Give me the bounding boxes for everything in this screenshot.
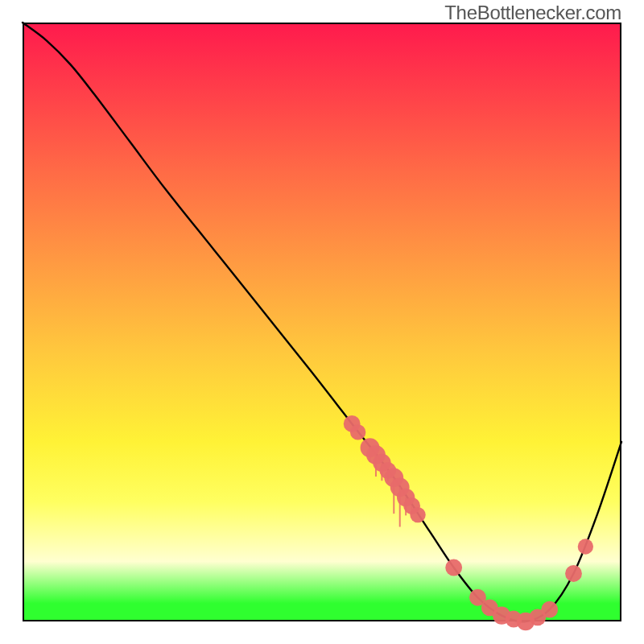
attribution-label: TheBottlenecker.com [444,2,621,24]
plot-background [23,23,621,621]
chart-stage: TheBottlenecker.com [0,0,644,644]
